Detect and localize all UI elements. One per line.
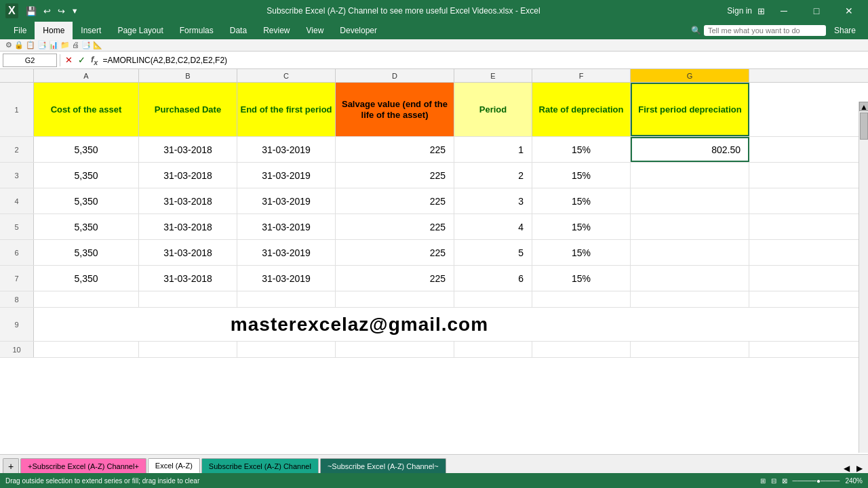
- row-num-8[interactable]: 8: [0, 291, 34, 307]
- sheet-tab-subscribe2[interactable]: Subscribe Excel (A-Z) Channel: [201, 458, 319, 473]
- col-header-c[interactable]: C: [237, 69, 336, 82]
- tab-developer[interactable]: Developer: [332, 22, 385, 39]
- cell-f2[interactable]: 15%: [532, 137, 631, 162]
- cell-f8[interactable]: [532, 291, 631, 307]
- col-header-g[interactable]: G: [631, 69, 749, 82]
- cell-c8[interactable]: [237, 291, 336, 307]
- cell-e5[interactable]: 4: [454, 214, 532, 239]
- cell-b8[interactable]: [139, 291, 237, 307]
- sheet-scroll-left[interactable]: ◀: [841, 464, 852, 473]
- cell-c3[interactable]: 31-03-2019: [237, 163, 336, 188]
- header-cell-e1[interactable]: Period: [454, 83, 532, 136]
- cell-e3[interactable]: 2: [454, 163, 532, 188]
- maximize-button[interactable]: □: [803, 0, 830, 22]
- cell-d2[interactable]: 225: [336, 137, 454, 162]
- col-header-b[interactable]: B: [139, 69, 237, 82]
- col-header-e[interactable]: E: [454, 69, 532, 82]
- cell-a7[interactable]: 5,350: [34, 266, 139, 291]
- customize-icon[interactable]: ▼: [70, 7, 80, 15]
- cell-f10[interactable]: [532, 342, 631, 357]
- cell-d8[interactable]: [336, 291, 454, 307]
- row-num-7[interactable]: 7: [0, 266, 34, 291]
- scroll-thumb[interactable]: [860, 113, 868, 140]
- header-cell-a1[interactable]: Cost of the asset: [34, 83, 139, 136]
- cell-a4[interactable]: 5,350: [34, 188, 139, 214]
- row-num-4[interactable]: 4: [0, 188, 34, 214]
- col-header-d[interactable]: D: [336, 69, 454, 82]
- email-cell[interactable]: masterexcelaz@gmail.com: [34, 308, 685, 341]
- row-num-10[interactable]: 10: [0, 342, 34, 357]
- header-cell-c1[interactable]: End of the first period: [237, 83, 336, 136]
- cell-a2[interactable]: 5,350: [34, 137, 139, 162]
- confirm-icon[interactable]: ✓: [76, 55, 87, 65]
- cell-b5[interactable]: 31-03-2018: [139, 214, 237, 239]
- select-all-corner[interactable]: [0, 69, 34, 82]
- scroll-bar[interactable]: ▲: [859, 102, 868, 453]
- col-header-f[interactable]: F: [532, 69, 631, 82]
- sheet-scroll-right[interactable]: ▶: [854, 464, 865, 473]
- sheet-tab-subscribe3[interactable]: ~Subscribe Excel (A-Z) Channel~: [320, 458, 446, 473]
- cell-d7[interactable]: 225: [336, 266, 454, 291]
- cell-c7[interactable]: 31-03-2019: [237, 266, 336, 291]
- undo-icon[interactable]: ↩: [41, 6, 53, 16]
- cell-c6[interactable]: 31-03-2019: [237, 240, 336, 265]
- cell-g3[interactable]: [631, 163, 749, 188]
- tab-formulas[interactable]: Formulas: [172, 22, 222, 39]
- cell-b4[interactable]: 31-03-2018: [139, 188, 237, 214]
- cell-d4[interactable]: 225: [336, 188, 454, 214]
- share-button[interactable]: Share: [834, 26, 856, 35]
- cell-a10[interactable]: [34, 342, 139, 357]
- formula-input[interactable]: [102, 54, 865, 67]
- cell-a3[interactable]: 5,350: [34, 163, 139, 188]
- sheet-tab-subscribe1[interactable]: +Subscribe Excel (A-Z) Channel+: [20, 458, 146, 473]
- row-num-5[interactable]: 5: [0, 214, 34, 239]
- cell-e10[interactable]: [454, 342, 532, 357]
- header-cell-d1[interactable]: Salvage value (end of the life of the as…: [336, 83, 454, 136]
- header-cell-b1[interactable]: Purchased Date: [139, 83, 237, 136]
- add-sheet-button[interactable]: +: [3, 458, 19, 473]
- cell-e7[interactable]: 6: [454, 266, 532, 291]
- cell-g8[interactable]: [631, 291, 749, 307]
- cell-b3[interactable]: 31-03-2018: [139, 163, 237, 188]
- cell-b7[interactable]: 31-03-2018: [139, 266, 237, 291]
- cell-d10[interactable]: [336, 342, 454, 357]
- tab-home[interactable]: Home: [35, 22, 73, 39]
- tab-data[interactable]: Data: [222, 22, 255, 39]
- row-num-9[interactable]: 9: [0, 308, 34, 341]
- sheet-tab-excel-az[interactable]: Excel (A-Z): [148, 458, 200, 473]
- cell-f4[interactable]: 15%: [532, 188, 631, 214]
- tab-view[interactable]: View: [298, 22, 332, 39]
- cell-f6[interactable]: 15%: [532, 240, 631, 265]
- view-page-icon[interactable]: ⊟: [771, 477, 776, 485]
- cell-a6[interactable]: 5,350: [34, 240, 139, 265]
- tab-file[interactable]: File: [5, 22, 35, 39]
- cell-a5[interactable]: 5,350: [34, 214, 139, 239]
- cell-c2[interactable]: 31-03-2019: [237, 137, 336, 162]
- close-button[interactable]: ✕: [835, 0, 863, 22]
- header-cell-g1[interactable]: First period depreciation: [631, 83, 749, 136]
- cell-g2[interactable]: 802.50: [631, 137, 749, 162]
- cell-d6[interactable]: 225: [336, 240, 454, 265]
- row-num-1[interactable]: 1: [0, 83, 34, 136]
- zoom-slider[interactable]: ─────●────: [793, 477, 840, 485]
- row-num-2[interactable]: 2: [0, 137, 34, 162]
- header-cell-f1[interactable]: Rate of depreciation: [532, 83, 631, 136]
- cell-d3[interactable]: 225: [336, 163, 454, 188]
- search-input[interactable]: [704, 25, 826, 36]
- cell-e8[interactable]: [454, 291, 532, 307]
- redo-icon[interactable]: ↪: [56, 6, 67, 16]
- tab-insert[interactable]: Insert: [73, 22, 109, 39]
- cell-d5[interactable]: 225: [336, 214, 454, 239]
- cell-g5[interactable]: [631, 214, 749, 239]
- row-num-6[interactable]: 6: [0, 240, 34, 265]
- cell-e2[interactable]: 1: [454, 137, 532, 162]
- tab-review[interactable]: Review: [255, 22, 298, 39]
- sign-in-button[interactable]: Sign in: [727, 6, 752, 16]
- cell-g6[interactable]: [631, 240, 749, 265]
- function-icon[interactable]: fx: [89, 54, 100, 66]
- view-icon[interactable]: ⊞: [757, 6, 765, 16]
- cell-e6[interactable]: 5: [454, 240, 532, 265]
- cell-f7[interactable]: 15%: [532, 266, 631, 291]
- cell-g7[interactable]: [631, 266, 749, 291]
- cancel-icon[interactable]: ✕: [63, 55, 75, 65]
